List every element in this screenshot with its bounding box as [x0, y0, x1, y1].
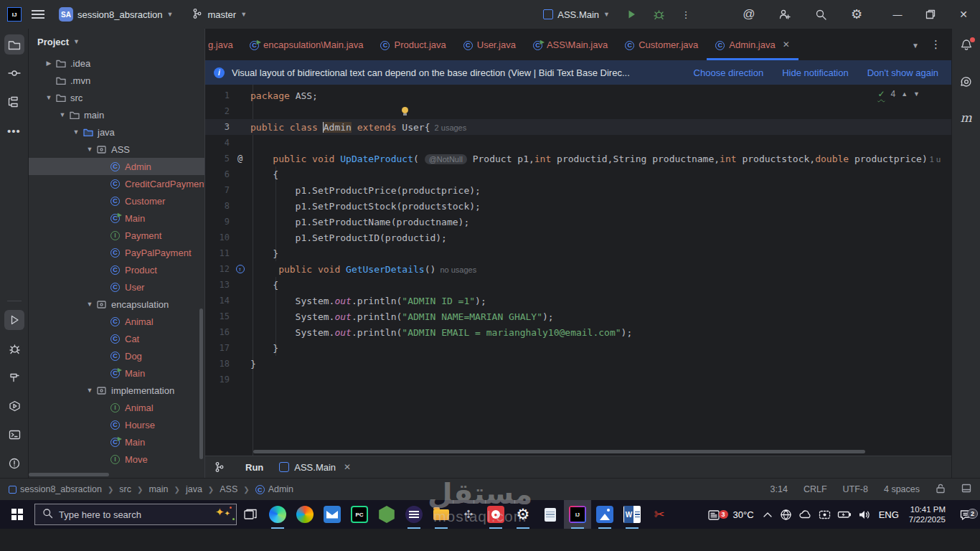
search-icon[interactable]: [811, 4, 831, 24]
tree-chevron-icon[interactable]: ▼: [57, 111, 68, 118]
code-line-16[interactable]: 16 System.out.println("ADMIN EMAIL = mar…: [205, 324, 951, 340]
branch-icon[interactable]: [205, 461, 234, 473]
banner-action-hide-notification[interactable]: Hide notification: [782, 67, 849, 78]
taskbar-app-pycharm[interactable]: PC: [346, 500, 373, 529]
code-line-11[interactable]: 11 }: [205, 245, 951, 261]
tree-item-cat[interactable]: CCat: [29, 330, 204, 347]
code-line-18[interactable]: 18}: [205, 356, 951, 372]
tree-chevron-icon[interactable]: ▼: [70, 128, 82, 136]
run-button[interactable]: [621, 4, 641, 24]
minimize-button[interactable]: —: [881, 0, 914, 29]
editor-horizontal-scrollbar[interactable]: [253, 450, 865, 453]
structure-icon[interactable]: [4, 92, 24, 112]
status-utf-8[interactable]: UTF-8: [843, 484, 868, 494]
taskbar-app-snipping[interactable]: ✂: [646, 500, 673, 529]
taskbar-app-notepad[interactable]: [537, 500, 564, 529]
taskbar-app-eclipse[interactable]: [400, 500, 428, 529]
code-editor[interactable]: 1package ASS;2 3public class Admin exten…: [205, 85, 951, 456]
debug-bug-icon[interactable]: [4, 339, 24, 359]
tree-item-ass[interactable]: ▼ASS: [29, 141, 204, 158]
more-actions-icon[interactable]: ⋮: [676, 4, 696, 24]
breadcrumb-ass[interactable]: ASS: [220, 484, 237, 494]
more-icon[interactable]: •••: [4, 121, 24, 141]
tab-encapsulation-main-java[interactable]: C▶encapsulation\Main.java: [241, 29, 372, 60]
tree-item-dog[interactable]: CDog: [29, 347, 204, 364]
code-line-4[interactable]: 4: [205, 135, 951, 151]
tree-vertical-scrollbar[interactable]: [199, 309, 203, 459]
onedrive-icon[interactable]: [796, 509, 816, 519]
breadcrumb-session8_absraction[interactable]: session8_absraction: [9, 484, 102, 494]
layout-icon[interactable]: [961, 484, 971, 495]
code-line-10[interactable]: 10 p1.SetProductID(productid);: [205, 230, 951, 245]
tree-item-main[interactable]: C▶Main: [29, 364, 204, 382]
lock-icon[interactable]: [936, 483, 946, 496]
taskbar-app-photos[interactable]: [591, 500, 618, 529]
tab-admin-java[interactable]: CAdmin.java✕: [707, 29, 798, 60]
close-icon[interactable]: ✕: [344, 462, 351, 472]
ai-assistant-icon[interactable]: [956, 72, 976, 92]
code-line-2[interactable]: 2: [205, 103, 951, 119]
problems-icon[interactable]: [4, 453, 24, 474]
breadcrumb-java[interactable]: java: [186, 484, 202, 494]
close-icon[interactable]: ✕: [783, 39, 790, 50]
tab-g-java[interactable]: g.java: [205, 29, 241, 60]
screen-record-icon[interactable]: [816, 509, 834, 520]
code-line-5[interactable]: 5@ public void UpDateProduct( @NotNull P…: [205, 151, 951, 166]
code-line-15[interactable]: 15 System.out.println("ADMIN NAME=MARIAN…: [205, 309, 951, 324]
tree-chevron-icon[interactable]: ▼: [84, 301, 95, 308]
code-line-13[interactable]: 13 {: [205, 277, 951, 293]
tree-item-move[interactable]: IMove: [29, 451, 204, 468]
prev-problem-icon[interactable]: ▲: [901, 90, 908, 98]
taskbar-app-mail[interactable]: [319, 500, 346, 529]
status-3-14[interactable]: 3:14: [771, 484, 788, 494]
tab-user-java[interactable]: CUser.java: [455, 29, 524, 60]
taskbar-app-settings[interactable]: ⚙: [509, 500, 537, 529]
breadcrumb-admin[interactable]: CAdmin: [255, 484, 293, 495]
tree-item-main[interactable]: ▼main: [29, 106, 204, 123]
notifications-bell-icon[interactable]: [956, 36, 976, 56]
code-line-6[interactable]: 6 {: [205, 166, 951, 182]
temperature[interactable]: 30°C: [729, 509, 758, 520]
breadcrumb-src[interactable]: src: [119, 484, 131, 494]
chevron-down-icon[interactable]: ▼: [912, 39, 919, 50]
clock[interactable]: 10:41 PM7/22/2025: [903, 504, 951, 524]
task-view-button[interactable]: [237, 500, 264, 529]
tree-item-src[interactable]: ▼src: [29, 89, 204, 106]
debug-button[interactable]: [649, 4, 669, 24]
banner-action-don-t-show-again[interactable]: Don't show again: [867, 67, 938, 78]
network-globe-icon[interactable]: [777, 509, 796, 521]
taskbar-app-edge[interactable]: [264, 500, 291, 529]
code-line-17[interactable]: 17 }: [205, 340, 951, 356]
tree-item-animal[interactable]: CAnimal: [29, 313, 204, 330]
tree-item-paypalpayment[interactable]: CPayPalPayment: [29, 244, 204, 261]
taskbar-app-file-explorer[interactable]: [428, 500, 455, 529]
tree-item-main[interactable]: C▶Main: [29, 209, 204, 227]
terminal-icon[interactable]: [4, 425, 24, 445]
taskbar-app-ladybug-app[interactable]: ●: [482, 500, 509, 529]
tree-item-customer[interactable]: CCustomer: [29, 192, 204, 209]
battery-icon[interactable]: [834, 510, 854, 519]
commit-icon[interactable]: [4, 63, 24, 83]
override-gutter-icon[interactable]: ↑: [236, 265, 245, 273]
project-panel-title[interactable]: Project: [37, 37, 69, 47]
tree-chevron-icon[interactable]: ▼: [43, 94, 55, 101]
main-menu-icon[interactable]: [32, 10, 44, 19]
project-folder-icon[interactable]: [4, 34, 24, 55]
maven-icon[interactable]: m: [956, 108, 976, 128]
settings-gear-icon[interactable]: ⚙: [847, 4, 867, 24]
tree-item-payment[interactable]: IPayment: [29, 227, 204, 244]
action-center-button[interactable]: 2: [951, 509, 980, 521]
services-icon[interactable]: [4, 396, 24, 416]
code-line-3[interactable]: 3public class Admin extends User{ 2 usag…: [205, 119, 951, 135]
tree-item-main[interactable]: C▶Main: [29, 433, 204, 451]
tree-chevron-icon[interactable]: ▶: [43, 60, 55, 67]
taskbar-app-drone-app[interactable]: ✣: [455, 500, 482, 529]
language-indicator[interactable]: ENG: [875, 509, 903, 520]
run-play-icon[interactable]: [4, 310, 24, 330]
taskbar-app-word[interactable]: W: [618, 500, 646, 529]
project-widget[interactable]: SA session8_absraction ▼: [55, 4, 177, 24]
tab-customer-java[interactable]: CCustomer.java: [616, 29, 707, 60]
tree-item-.idea[interactable]: ▶.idea: [29, 55, 204, 72]
taskbar-app-intellij[interactable]: IJ: [564, 500, 591, 529]
code-line-7[interactable]: 7 p1.SetProductPrice(productprice);: [205, 182, 951, 198]
